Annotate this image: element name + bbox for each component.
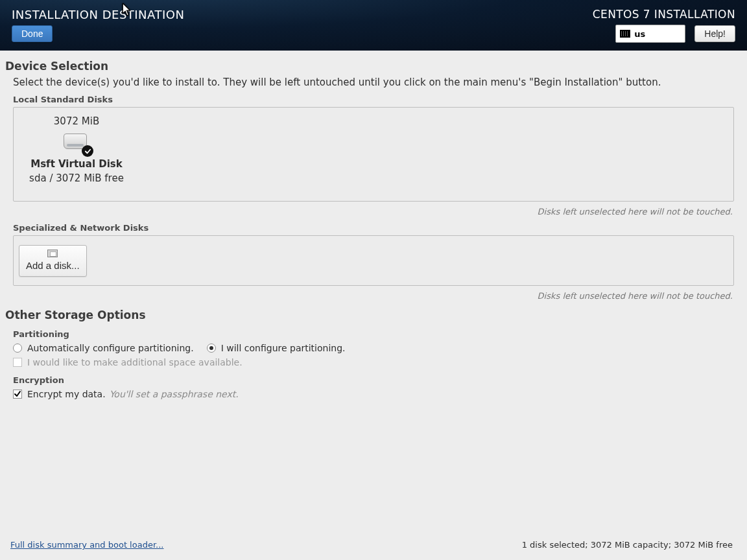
keyboard-layout-label: us — [634, 29, 645, 39]
partitioning-heading: Partitioning — [13, 329, 742, 339]
extra-space-checkbox: I would like to make additional space av… — [13, 357, 243, 368]
disk-size: 3072 MiB — [54, 115, 99, 127]
disk-item[interactable]: 3072 MiB Msft Virtual Disk sda / 3072 Mi… — [21, 115, 132, 184]
disk-summary-link[interactable]: Full disk summary and boot loader... — [10, 540, 163, 550]
header-bar: INSTALLATION DESTINATION Done CENTOS 7 I… — [0, 0, 747, 51]
local-disks-panel: 3072 MiB Msft Virtual Disk sda / 3072 Mi… — [13, 107, 734, 202]
network-disks-heading: Specialized & Network Disks — [13, 223, 742, 233]
checkbox-icon — [13, 358, 22, 367]
disk-drive-icon — [47, 250, 58, 257]
radio-icon — [13, 344, 22, 353]
encryption-heading: Encryption — [13, 375, 742, 385]
local-disks-hint: Disks left unselected here will not be t… — [5, 207, 733, 216]
body: Device Selection Select the device(s) yo… — [0, 51, 747, 560]
check-icon — [82, 145, 93, 157]
auto-partition-label: Automatically configure partitioning. — [27, 343, 194, 353]
keyboard-icon — [620, 30, 630, 38]
page-title: INSTALLATION DESTINATION — [12, 8, 184, 21]
device-selection-intro: Select the device(s) you'd like to insta… — [13, 76, 742, 88]
disk-subtext: sda / 3072 MiB free — [29, 172, 124, 184]
network-disks-hint: Disks left unselected here will not be t… — [5, 291, 733, 301]
partitioning-row: Automatically configure partitioning. I … — [13, 343, 742, 353]
keyboard-layout-selector[interactable]: us — [615, 25, 685, 43]
add-disk-button[interactable]: Add a disk... — [19, 245, 87, 277]
local-disks-heading: Local Standard Disks — [13, 95, 742, 104]
extra-space-label: I would like to make additional space av… — [27, 357, 243, 368]
other-storage-heading: Other Storage Options — [5, 309, 742, 321]
device-selection-heading: Device Selection — [5, 60, 742, 73]
header-left: INSTALLATION DESTINATION Done — [12, 5, 184, 47]
hard-disk-icon — [64, 134, 89, 153]
manual-partition-label: I will configure partitioning. — [221, 343, 346, 353]
encryption-row: Encrypt my data. You'll set a passphrase… — [13, 389, 742, 399]
checkbox-icon — [13, 390, 22, 399]
done-button[interactable]: Done — [12, 25, 53, 42]
header-right: CENTOS 7 INSTALLATION us Help! — [593, 5, 735, 47]
help-button[interactable]: Help! — [694, 25, 735, 42]
extra-space-row: I would like to make additional space av… — [13, 357, 742, 368]
encrypt-checkbox[interactable]: Encrypt my data. — [13, 389, 106, 399]
footer: Full disk summary and boot loader... 1 d… — [5, 537, 742, 556]
header-controls: us Help! — [615, 25, 735, 43]
storage-options: Partitioning Automatically configure par… — [13, 328, 742, 403]
installer-name: CENTOS 7 INSTALLATION — [593, 8, 735, 21]
selection-summary: 1 disk selected; 3072 MiB capacity; 3072… — [522, 540, 733, 550]
encrypt-label: Encrypt my data. — [27, 389, 106, 399]
manual-partition-radio[interactable]: I will configure partitioning. — [207, 343, 346, 353]
disk-name: Msft Virtual Disk — [30, 158, 123, 170]
encrypt-hint: You'll set a passphrase next. — [110, 389, 239, 399]
radio-icon — [207, 344, 216, 353]
network-disks-panel: Add a disk... — [13, 235, 734, 286]
auto-partition-radio[interactable]: Automatically configure partitioning. — [13, 343, 194, 353]
add-disk-label: Add a disk... — [26, 260, 80, 271]
